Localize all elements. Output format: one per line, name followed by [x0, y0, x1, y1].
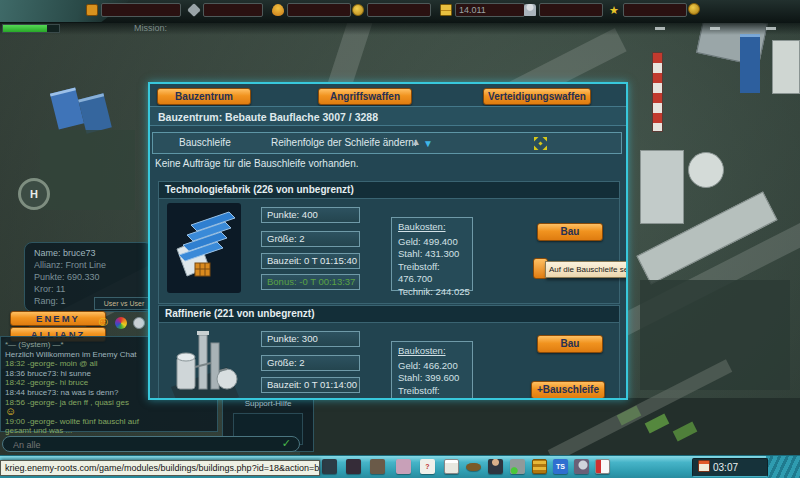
- building-name: Raffinerie (221 von unbegrenzt): [159, 306, 619, 323]
- bau-button[interactable]: Bau: [537, 223, 603, 241]
- hat-icon[interactable]: [466, 463, 481, 471]
- stat-groesse: Größe: 2: [261, 355, 360, 371]
- build-centre-dialog: Bauzentrum Angriffswaffen Verteidigungsw…: [148, 82, 628, 400]
- spy-icon[interactable]: [574, 459, 589, 474]
- building-section-raffinerie: Raffinerie (221 von unbegrenzt) Punkte: …: [158, 305, 620, 400]
- map-indicator-dash: [655, 27, 665, 30]
- tab-verteidigungswaffen[interactable]: Verteidigungswaffen: [483, 88, 591, 105]
- stat-punkte: Punkte: 300: [261, 331, 360, 347]
- chat-emote: ☺: [5, 407, 217, 417]
- resource-bar: 14.011 ★: [0, 0, 800, 23]
- resource-value: 14.011: [455, 3, 525, 17]
- cost-geld: Geld: 466.200: [398, 360, 472, 373]
- profile-name: Name: bruce73: [34, 247, 152, 259]
- tab-angriffswaffen[interactable]: Angriffswaffen: [318, 88, 412, 105]
- color-wheel-icon[interactable]: [115, 317, 127, 329]
- crate-icon: [86, 4, 98, 16]
- resource-value: [203, 3, 263, 17]
- refinery-tanks: [640, 150, 684, 224]
- premium-coin-icon[interactable]: [688, 3, 700, 15]
- news-icon[interactable]: [595, 459, 610, 474]
- cost-treibstoff: Treibstoff: 476.700: [398, 261, 472, 286]
- map-indicator-dash: [766, 27, 776, 30]
- star-icon: ★: [608, 4, 620, 16]
- population-icon: [524, 4, 536, 16]
- oil-drop-icon: [272, 4, 284, 16]
- bauschleife-tooltip: Auf die Bauschleife setzen.: [545, 261, 628, 278]
- resource-value: [367, 3, 431, 17]
- duel-icon[interactable]: [370, 459, 385, 474]
- stat-bauzeit: Bauzeit: 0 T 01:14:00: [261, 377, 360, 393]
- stat-groesse: Größe: 2: [261, 231, 360, 247]
- gold-bars-icon[interactable]: [532, 459, 547, 474]
- taskbar-clock: 03:07: [692, 458, 768, 477]
- gift-icon[interactable]: [396, 459, 411, 474]
- money-icon: [440, 4, 452, 16]
- build-queue-row: Bauschleife Reihenfolge der Schleife änd…: [152, 132, 622, 154]
- helipad: H: [18, 178, 50, 210]
- expand-arrows-icon[interactable]: [533, 136, 548, 151]
- mission-progress-bar: [2, 24, 60, 33]
- resource-value: [623, 3, 687, 17]
- resource-value: [287, 3, 351, 17]
- chat-line: 19:00 -george- wollte fünf bauschl auf: [5, 417, 217, 427]
- chat-input[interactable]: [11, 438, 275, 452]
- user-vs-user-button[interactable]: User vs User: [94, 297, 154, 310]
- costs-title: Baukosten:: [398, 221, 472, 234]
- map-indicator-dash: [710, 27, 720, 30]
- agent-icon[interactable]: [488, 459, 503, 474]
- striped-chimney: [652, 52, 663, 132]
- notes-icon[interactable]: [444, 459, 459, 474]
- profile-alliance: Allianz: Front Line: [34, 259, 152, 271]
- status-url-tooltip: krieg.enemy-roots.com/game/modules/build…: [0, 460, 320, 476]
- buildings-icon[interactable]: [346, 459, 361, 474]
- bauschleife-button[interactable]: +Bauschleife: [531, 381, 605, 399]
- dialog-title: Bauzentrum: Bebaute Bauflache 3007 / 328…: [150, 106, 626, 126]
- send-check-icon[interactable]: ✓: [282, 437, 291, 450]
- reorder-up-icon[interactable]: ▲: [411, 136, 421, 147]
- circle-icon[interactable]: [133, 317, 145, 329]
- enemy-button[interactable]: ENEMY: [10, 311, 106, 326]
- costs-box: Baukosten: Geld: 466.200 Stahl: 399.600 …: [391, 341, 473, 400]
- profile-points: Punkte: 690.330: [34, 271, 152, 283]
- queue-empty-message: Keine Aufträge für die Bauschleife vorha…: [155, 158, 358, 169]
- queue-label: Bauschleife: [179, 137, 231, 148]
- raffinerie-image: [167, 327, 241, 400]
- bau-button[interactable]: Bau: [537, 335, 603, 353]
- taskbar-end-stripes: [766, 456, 800, 478]
- cost-stahl: Stahl: 431.300: [398, 248, 472, 261]
- costs-title: Baukosten:: [398, 345, 472, 358]
- cost-geld: Geld: 499.400: [398, 236, 472, 249]
- stat-bonus: Bonus: -0 T 00:13:37: [261, 274, 360, 290]
- help-bubble-icon[interactable]: ?: [420, 459, 435, 474]
- smiley-icon[interactable]: ☺: [96, 313, 110, 329]
- cost-stahl: Stahl: 399.600: [398, 372, 472, 385]
- support-help-label: Support-Hilfe: [223, 399, 313, 408]
- stat-bauzeit: Bauzeit: 0 T 01:15:40: [261, 253, 360, 269]
- queue-reorder-label: Reihenfolge der Schleife ändern:: [271, 137, 417, 148]
- reorder-down-icon[interactable]: ▼: [423, 138, 433, 149]
- resource-value: [101, 3, 181, 17]
- stat-punkte: Punkte: 400: [261, 207, 360, 223]
- blue-tower: [740, 34, 760, 93]
- teamspeak-icon[interactable]: TS: [553, 459, 568, 474]
- cost-technik: Technik: 244.025: [398, 286, 472, 299]
- coin-icon: [352, 4, 364, 16]
- mission-label: Mission:: [134, 23, 167, 33]
- tools-icon: [187, 3, 201, 17]
- blue-buildings: [50, 87, 84, 129]
- cost-treibstoff: Treibstoff: 488.400: [398, 385, 472, 401]
- tab-bauzentrum[interactable]: Bauzentrum: [157, 88, 251, 105]
- chat-line: gesamt und was ...: [5, 426, 217, 436]
- game-desktop: H 14.011: [0, 0, 800, 478]
- technologiefabrik-image: [167, 203, 241, 293]
- costs-box: Baukosten: Geld: 499.400 Stahl: 431.300 …: [391, 217, 473, 291]
- resource-value: [539, 3, 603, 17]
- building-name: Technologiefabrik (226 von unbegrenzt): [159, 182, 619, 199]
- calendar-icon: [698, 460, 710, 472]
- clock-time: 03:07: [713, 462, 738, 473]
- mission-row: Mission:: [0, 22, 800, 35]
- chat-input-wrapper: ✓: [2, 436, 300, 452]
- players-icon[interactable]: [322, 459, 337, 474]
- recruit-icon[interactable]: [510, 459, 525, 474]
